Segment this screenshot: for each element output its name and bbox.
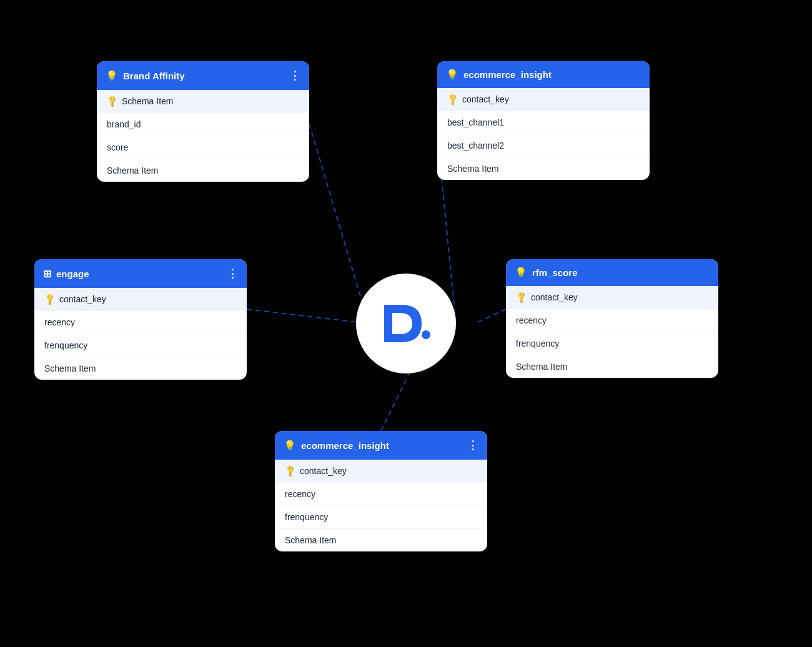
card-engage-header: ⊞ engage ⋮ [34, 259, 247, 288]
logo-svg [375, 292, 437, 355]
ecommerce-bottom-row-3: Schema Item [275, 529, 487, 551]
card-ecommerce-top: 💡 ecommerce_insight 🔑 contact_key best_c… [437, 61, 650, 180]
card-ecommerce-bottom-header: 💡 ecommerce_insight ⋮ [275, 431, 487, 460]
engage-row-2: frenquency [34, 334, 247, 357]
key-icon: 🔑 [105, 94, 119, 108]
card-brand-affinity-header: 💡 Brand Affinity ⋮ [97, 61, 309, 90]
card-ecommerce-top-title: ecommerce_insight [463, 69, 641, 80]
engage-row-3: Schema Item [34, 357, 247, 380]
card-ecommerce-bottom-menu[interactable]: ⋮ [467, 438, 478, 452]
card-brand-affinity: 💡 Brand Affinity ⋮ 🔑 Schema Item brand_i… [97, 61, 309, 182]
card-rfm-score-header: 💡 rfm_score [506, 259, 718, 286]
ecommerce-bottom-row-1: recency [275, 483, 487, 506]
ecommerce-top-row-2: best_channel2 [437, 134, 650, 157]
key-icon-2: 🔑 [445, 92, 459, 106]
rfm-row-1: recency [506, 309, 718, 332]
card-engage: ⊞ engage ⋮ 🔑 contact_key recency frenque… [34, 259, 247, 380]
engage-row-1: recency [34, 311, 247, 334]
ecommerce-bottom-row-0: 🔑 contact_key [275, 460, 487, 483]
center-logo [356, 274, 456, 373]
key-icon-5: 🔑 [283, 464, 297, 478]
bulb-icon: 💡 [106, 70, 118, 82]
svg-line-0 [309, 124, 369, 324]
card-engage-menu[interactable]: ⋮ [227, 267, 238, 280]
bulb-icon-3: 💡 [515, 267, 527, 279]
engage-row-0: 🔑 contact_key [34, 288, 247, 311]
canvas: 💡 Brand Affinity ⋮ 🔑 Schema Item brand_i… [0, 0, 812, 647]
rfm-row-2: frenquency [506, 332, 718, 355]
svg-line-3 [475, 309, 506, 324]
bulb-icon-4: 💡 [284, 440, 296, 452]
brand-affinity-row-3: Schema Item [97, 159, 309, 182]
rfm-row-3: Schema Item [506, 355, 718, 378]
svg-line-2 [247, 309, 369, 324]
bulb-icon-2: 💡 [446, 69, 458, 81]
key-icon-3: 🔑 [42, 292, 56, 306]
ecommerce-bottom-row-2: frenquency [275, 506, 487, 529]
ecommerce-top-row-0: 🔑 contact_key [437, 88, 650, 111]
svg-line-4 [381, 373, 409, 431]
key-icon-4: 🔑 [514, 290, 528, 304]
brand-affinity-row-0: 🔑 Schema Item [97, 90, 309, 113]
grid-icon: ⊞ [43, 268, 51, 280]
card-ecommerce-bottom: 💡 ecommerce_insight ⋮ 🔑 contact_key rece… [275, 431, 487, 551]
card-engage-title: engage [56, 269, 222, 279]
card-brand-affinity-menu[interactable]: ⋮ [289, 69, 300, 82]
card-ecommerce-top-header: 💡 ecommerce_insight [437, 61, 650, 88]
svg-point-5 [422, 330, 430, 339]
ecommerce-top-row-3: Schema Item [437, 157, 650, 180]
card-rfm-score: 💡 rfm_score 🔑 contact_key recency frenqu… [506, 259, 718, 378]
ecommerce-top-row-1: best_channel1 [437, 111, 650, 134]
card-ecommerce-bottom-title: ecommerce_insight [301, 440, 462, 451]
card-brand-affinity-title: Brand Affinity [123, 71, 284, 81]
rfm-row-0: 🔑 contact_key [506, 286, 718, 309]
brand-affinity-row-2: score [97, 136, 309, 159]
card-rfm-score-title: rfm_score [532, 267, 710, 278]
brand-affinity-row-1: brand_id [97, 113, 309, 136]
